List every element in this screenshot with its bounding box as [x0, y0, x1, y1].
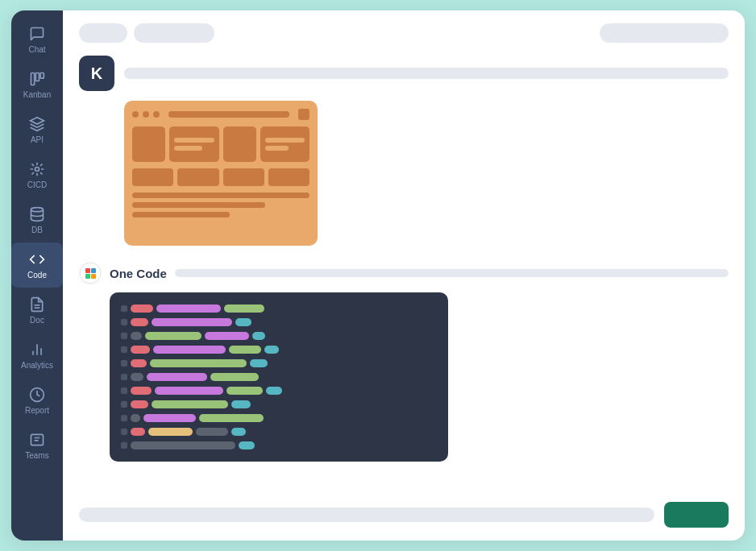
code-line-1 [121, 304, 437, 313]
code-line-10 [121, 427, 437, 437]
bottom-bar [79, 486, 729, 528]
sidebar-item-cicd[interactable]: CICD [11, 152, 63, 197]
code-line-8 [121, 400, 437, 409]
progress-bar-fill-2 [175, 269, 480, 277]
one-code-icon [79, 262, 102, 284]
kanban-icon [28, 70, 46, 88]
code-line-6 [121, 372, 437, 382]
kanban-cell-1 [132, 126, 165, 162]
sidebar-label-analytics: Analytics [21, 361, 53, 370]
doc-icon [28, 296, 46, 313]
k-grid-1 [132, 168, 173, 186]
sidebar-label-cicd: CICD [27, 180, 47, 189]
code-line-9 [121, 413, 437, 423]
db-icon [28, 205, 46, 223]
kanban-title-bar [168, 111, 289, 118]
code-line-2 [121, 317, 437, 327]
kanban-cell-3 [223, 126, 256, 162]
top-bar [79, 23, 729, 43]
code-lines [121, 304, 437, 450]
report-icon [28, 386, 46, 404]
sidebar-label-report: Report [25, 406, 49, 415]
section-title-one-code: One Code [110, 267, 167, 280]
kanban-menu-icon [298, 109, 309, 120]
svg-rect-2 [40, 73, 44, 79]
dot-1 [132, 111, 139, 118]
svg-rect-15 [85, 268, 90, 273]
k-grid-4 [268, 168, 309, 186]
cicd-icon [28, 160, 46, 178]
teams-icon [28, 431, 46, 449]
sidebar-item-doc[interactable]: Doc [11, 288, 63, 333]
svg-rect-16 [91, 268, 96, 273]
search-bar[interactable] [600, 23, 729, 43]
code-line-11 [121, 441, 437, 450]
sidebar-label-teams: Teams [25, 451, 48, 460]
tab-pill-1[interactable] [79, 23, 127, 43]
sidebar-label-api: API [31, 135, 44, 144]
sidebar-item-code[interactable]: Code [11, 242, 63, 288]
sidebar-item-kanban[interactable]: Kanban [11, 62, 63, 107]
dot-2 [143, 111, 149, 118]
chat-icon [28, 25, 46, 43]
kanban-line-1 [132, 193, 309, 198]
sidebar-label-doc: Doc [30, 316, 44, 325]
k-grid-3 [223, 168, 264, 186]
sidebar-item-db[interactable]: DB [11, 197, 63, 242]
sidebar-label-db: DB [31, 226, 43, 234]
code-icon [28, 251, 46, 268]
sidebar-item-report[interactable]: Report [11, 378, 63, 423]
progress-bar-fill-1 [124, 68, 487, 79]
api-icon [28, 115, 46, 133]
sidebar-label-kanban: Kanban [23, 90, 51, 99]
sidebar-item-api[interactable]: API [11, 107, 63, 152]
svg-point-3 [35, 168, 39, 172]
code-line-7 [121, 386, 437, 396]
code-line-4 [121, 345, 437, 354]
progress-bar-2 [175, 269, 729, 277]
svg-rect-0 [31, 73, 35, 85]
app-container: Chat Kanban API [11, 10, 745, 541]
top-bar-left [79, 23, 214, 43]
line-num [121, 305, 127, 312]
avatar-k: K [79, 56, 114, 91]
kanban-illustration-card [124, 101, 318, 246]
action-button[interactable] [664, 502, 729, 528]
svg-point-14 [80, 263, 101, 284]
sidebar-item-teams[interactable]: Teams [11, 423, 63, 468]
code-editor-card [110, 292, 448, 462]
sidebar-item-analytics[interactable]: Analytics [11, 333, 63, 378]
line-num [121, 319, 127, 325]
bottom-progress-bar [79, 508, 654, 522]
svg-rect-1 [35, 73, 39, 81]
main-content: K [63, 10, 745, 541]
analytics-icon [28, 341, 46, 358]
svg-rect-17 [85, 274, 90, 279]
sidebar-label-chat: Chat [28, 45, 45, 54]
code-line-3 [121, 331, 437, 341]
k-grid-2 [177, 168, 218, 186]
kanban-line-2 [132, 202, 265, 208]
sidebar-label-code: Code [27, 271, 47, 280]
code-line-5 [121, 358, 437, 368]
tab-pill-2[interactable] [134, 23, 214, 43]
progress-bar-1 [124, 68, 729, 79]
dot-3 [153, 111, 160, 118]
sidebar: Chat Kanban API [11, 10, 63, 541]
sidebar-item-chat[interactable]: Chat [11, 17, 63, 62]
svg-point-4 [31, 208, 44, 212]
svg-rect-18 [91, 274, 96, 279]
section-header-one-code: One Code [79, 262, 729, 284]
kanban-line-3 [132, 212, 230, 218]
card-avatar-row: K [79, 56, 729, 91]
